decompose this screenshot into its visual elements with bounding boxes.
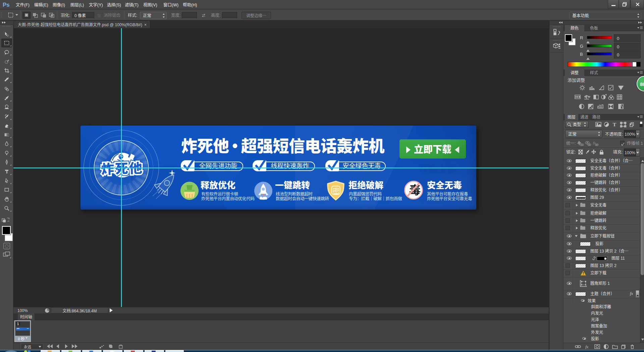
svg-text:T: T: [613, 122, 616, 127]
svg-text:密: 密: [333, 185, 340, 195]
svg-text:fx: fx: [585, 344, 589, 349]
